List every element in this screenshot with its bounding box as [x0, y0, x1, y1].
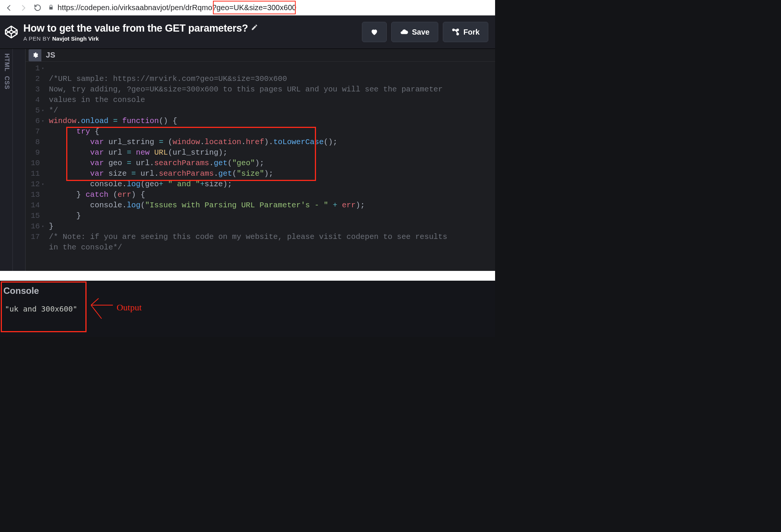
fork-icon — [451, 28, 460, 36]
svg-point-3 — [453, 29, 454, 31]
line-number: 4 — [26, 95, 40, 105]
editor-rail: HTML CSS — [0, 49, 13, 271]
console-output: "uk and 300x600" — [3, 304, 84, 313]
line-number: 1 — [26, 63, 40, 74]
line-number: 9 — [26, 147, 40, 158]
reload-icon[interactable] — [34, 4, 41, 12]
svg-line-8 — [91, 305, 102, 319]
codepen-header: How to get the value from the GET parame… — [0, 15, 495, 49]
code-content[interactable]: /*URL sample: https://mrvirk.com?geo=UK&… — [42, 63, 495, 274]
line-number: 17 — [26, 232, 40, 242]
svg-point-5 — [457, 33, 459, 35]
annotation-arrow-icon — [87, 298, 113, 320]
code-editor[interactable]: 1234567891011121314151617 /*URL sample: … — [26, 62, 495, 274]
line-number: 10 — [26, 158, 40, 169]
line-number: 7 — [26, 126, 40, 137]
save-button[interactable]: Save — [391, 22, 438, 42]
line-number: 8 — [26, 137, 40, 147]
heart-icon — [370, 28, 378, 36]
rail-tab-html[interactable]: HTML — [0, 51, 12, 74]
annotation-console-highlight: Console "uk and 300x600" — [1, 281, 87, 332]
svg-line-7 — [91, 298, 99, 305]
back-icon[interactable] — [5, 4, 13, 12]
line-number: 6 — [26, 116, 40, 126]
line-gutter: 1234567891011121314151617 — [26, 63, 42, 274]
forward-icon[interactable] — [20, 4, 27, 12]
js-editor-pane: JS 1234567891011121314151617 /*URL sampl… — [26, 49, 495, 271]
rail-spacer — [13, 49, 26, 271]
line-number: 11 — [26, 169, 40, 179]
console-title: Console — [3, 286, 84, 296]
edit-title-icon[interactable] — [251, 24, 258, 33]
console-panel: Console "uk and 300x600" Output — [0, 281, 495, 337]
cloud-icon — [400, 28, 408, 36]
gear-icon — [32, 52, 38, 58]
line-number: 3 — [26, 84, 40, 95]
editor-settings-button[interactable] — [29, 49, 41, 61]
tab-js[interactable]: JS — [41, 49, 60, 61]
annotation-output-label: Output — [117, 302, 142, 313]
url-text: https://codepen.io/virksaabnavjot/pen/dr… — [58, 3, 296, 12]
fork-button[interactable]: Fork — [443, 22, 488, 42]
author-link[interactable]: Navjot Singh Virk — [52, 35, 99, 42]
svg-point-4 — [457, 29, 459, 31]
codepen-logo-icon[interactable] — [5, 25, 18, 39]
line-number: 15 — [26, 211, 40, 221]
line-number: 12 — [26, 179, 40, 190]
line-number: 13 — [26, 190, 40, 200]
love-button[interactable] — [362, 22, 387, 42]
line-number: 14 — [26, 200, 40, 211]
lock-icon — [48, 5, 54, 11]
line-number: 16 — [26, 221, 40, 232]
line-number: 2 — [26, 74, 40, 84]
address-bar[interactable]: https://codepen.io/virksaabnavjot/pen/dr… — [48, 3, 490, 12]
browser-chrome-bar: https://codepen.io/virksaabnavjot/pen/dr… — [0, 0, 495, 15]
pen-title: How to get the value from the GET parame… — [23, 23, 248, 34]
rail-tab-css[interactable]: CSS — [0, 74, 12, 92]
pen-byline: A PEN BY Navjot Singh Virk — [23, 35, 357, 42]
line-number: 5 — [26, 105, 40, 116]
